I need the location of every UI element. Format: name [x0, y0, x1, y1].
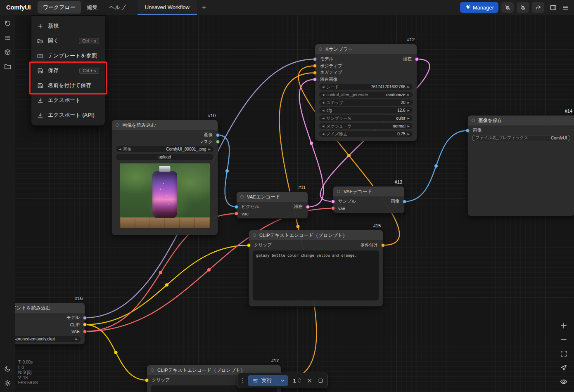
- widget-ファイル名_プレフィックス[interactable]: ファイル名_プレフィックスComfyUI: [472, 135, 570, 141]
- input-port-ピクセル[interactable]: [235, 205, 238, 209]
- fit-view-button[interactable]: [560, 350, 567, 357]
- run-button[interactable]: 実行: [248, 375, 277, 386]
- menu-help[interactable]: ヘルプ: [104, 1, 131, 14]
- output-port-潜在[interactable]: [306, 205, 310, 209]
- input-port-モデル[interactable]: [313, 57, 317, 61]
- batch-count-value[interactable]: 1: [292, 378, 296, 384]
- comfyui-logo[interactable]: ComfyUI: [0, 4, 37, 11]
- widget-cfg[interactable]: ◀cfg12.6▶: [319, 107, 413, 113]
- output-port-モデル[interactable]: [83, 316, 87, 320]
- run-options-button[interactable]: [277, 375, 288, 386]
- clear-queue-button[interactable]: [306, 378, 313, 384]
- output-port-画像[interactable]: [216, 133, 220, 137]
- combo-left-arrow-icon[interactable]: ◀: [322, 125, 324, 128]
- input-port-サンプル[interactable]: [331, 200, 335, 203]
- combo-right-arrow-icon[interactable]: ▶: [209, 148, 211, 151]
- combo-right-arrow-icon[interactable]: ▶: [408, 132, 410, 135]
- workflows-button[interactable]: [4, 63, 11, 70]
- output-port-画像[interactable]: [403, 200, 406, 203]
- node-12[interactable]: #12Kサンプラーモデル潜在ポジティブネガティブ潜在画像◀シード76174170…: [315, 44, 417, 141]
- combo-right-arrow-icon[interactable]: ▶: [408, 85, 410, 88]
- widget-スケジューラ[interactable]: ◀スケジューラnormal▶: [319, 123, 413, 129]
- input-port-クリップ[interactable]: [145, 378, 149, 382]
- collapse-dot[interactable]: [337, 190, 340, 193]
- panel-toggle-button[interactable]: [550, 4, 557, 11]
- input-port-ネガティブ[interactable]: [313, 71, 317, 75]
- combo-right-arrow-icon[interactable]: ▶: [408, 125, 410, 128]
- bell-slash-button-2[interactable]: [517, 2, 529, 13]
- model-library-button[interactable]: [4, 49, 11, 56]
- collapse-dot[interactable]: [319, 47, 322, 51]
- menu-item-save[interactable]: 保存 Ctrl + s: [31, 63, 105, 78]
- main-menu-button[interactable]: [562, 4, 569, 11]
- output-port-潜在[interactable]: [415, 57, 419, 61]
- bell-slash-button-1[interactable]: [501, 2, 514, 13]
- node-10[interactable]: #10画像を読み込む画像マスク◀画像ComfyUI_00001_.png▶upl…: [111, 120, 218, 235]
- widget-control_after_generate[interactable]: ◀control_after_generaterandomize▶: [319, 92, 413, 98]
- widget-シード[interactable]: ◀シード761741701632766▶: [319, 84, 413, 90]
- widget-サンプラー名[interactable]: ◀サンプラー名euler▶: [319, 115, 413, 121]
- input-port-vae[interactable]: [331, 206, 335, 210]
- combo-right-arrow-icon[interactable]: ▶: [408, 109, 410, 112]
- combo-right-arrow-icon[interactable]: ▶: [76, 338, 78, 340]
- select-mode-button[interactable]: [560, 364, 567, 371]
- collapse-dot[interactable]: [116, 123, 119, 127]
- input-port-潜在画像[interactable]: [313, 78, 317, 81]
- combo-right-arrow-icon[interactable]: ▶: [408, 93, 410, 96]
- widget-ノイズ除去[interactable]: ◀ノイズ除去0.75▶: [319, 131, 413, 137]
- combo-left-arrow-icon[interactable]: ◀: [322, 85, 324, 88]
- batch-count-stepper[interactable]: 1: [292, 378, 301, 384]
- drag-handle-icon[interactable]: [241, 377, 244, 384]
- combo-left-arrow-icon[interactable]: ◀: [322, 117, 324, 120]
- menu-item-export[interactable]: エクスポート: [31, 93, 105, 108]
- stop-button[interactable]: [318, 378, 324, 384]
- collapse-dot[interactable]: [240, 195, 244, 198]
- menu-item-export-api[interactable]: エクスポート (API): [31, 108, 105, 123]
- combo-left-arrow-icon[interactable]: ◀: [322, 132, 324, 135]
- combo-right-arrow-icon[interactable]: ▶: [408, 101, 410, 104]
- input-port-画像[interactable]: [466, 129, 470, 132]
- input-port-クリップ[interactable]: [247, 243, 251, 247]
- share-button[interactable]: [532, 2, 544, 13]
- combo-left-arrow-icon[interactable]: ◀: [322, 101, 324, 104]
- caret-up-icon[interactable]: [298, 378, 301, 380]
- collapse-dot[interactable]: [151, 368, 154, 372]
- combo-left-arrow-icon[interactable]: ◀: [322, 109, 324, 112]
- settings-button[interactable]: [4, 380, 11, 387]
- widget-button-upload[interactable]: upload: [116, 154, 213, 160]
- node-13[interactable]: #13VAEデコードサンプル画像vae: [333, 186, 405, 213]
- node-library-button[interactable]: [4, 34, 11, 41]
- workflow-tab[interactable]: Unsaved Workflow: [138, 0, 197, 15]
- output-port-マスク[interactable]: [216, 140, 220, 144]
- new-workflow-tab-button[interactable]: +: [197, 3, 211, 12]
- node-11[interactable]: #11VAEエンコードピクセル潜在vae: [236, 191, 308, 219]
- menu-item-new[interactable]: 新規: [31, 19, 105, 33]
- prompt-textarea[interactable]: galaxy bottle color change yellow and or…: [253, 250, 379, 301]
- output-port-条件付け[interactable]: [381, 243, 385, 247]
- zoom-in-button[interactable]: [560, 322, 567, 329]
- input-port-ポジティブ[interactable]: [313, 64, 317, 68]
- caret-down-icon[interactable]: [298, 381, 301, 383]
- collapse-dot[interactable]: [472, 119, 475, 122]
- queue-history-button[interactable]: [4, 20, 11, 27]
- output-port-VAE[interactable]: [83, 330, 87, 333]
- combo-left-arrow-icon[interactable]: ◀: [119, 148, 121, 151]
- node-15[interactable]: #15CLIPテキストエンコード（プロンプト）クリップ条件付けgalaxy bo…: [249, 230, 383, 307]
- theme-toggle-button[interactable]: [4, 365, 11, 372]
- output-port-CLIP[interactable]: [83, 323, 87, 326]
- menu-edit[interactable]: 編集: [82, 1, 103, 14]
- menu-item-open[interactable]: 開く Ctrl + o: [31, 33, 105, 48]
- input-port-vae[interactable]: [235, 212, 238, 215]
- combo-right-arrow-icon[interactable]: ▶: [408, 117, 410, 120]
- manager-button[interactable]: Manager: [460, 2, 498, 13]
- widget-画像[interactable]: ◀画像ComfyUI_00001_.png▶: [116, 146, 213, 152]
- menu-item-browse-templates[interactable]: テンプレートを参照: [31, 48, 105, 63]
- toggle-link-visibility-button[interactable]: [560, 378, 567, 385]
- menu-workflow[interactable]: ワークフロー: [38, 1, 81, 14]
- menu-item-save-as[interactable]: 名前を付けて保存: [31, 78, 105, 93]
- collapse-dot[interactable]: [253, 234, 256, 237]
- node-14[interactable]: #14画像を保存画像ファイル名_プレフィックスComfyUI: [467, 115, 574, 216]
- combo-left-arrow-icon[interactable]: ◀: [322, 93, 324, 96]
- widget-ステップ[interactable]: ◀ステップ20▶: [319, 99, 413, 106]
- zoom-out-button[interactable]: [560, 336, 567, 343]
